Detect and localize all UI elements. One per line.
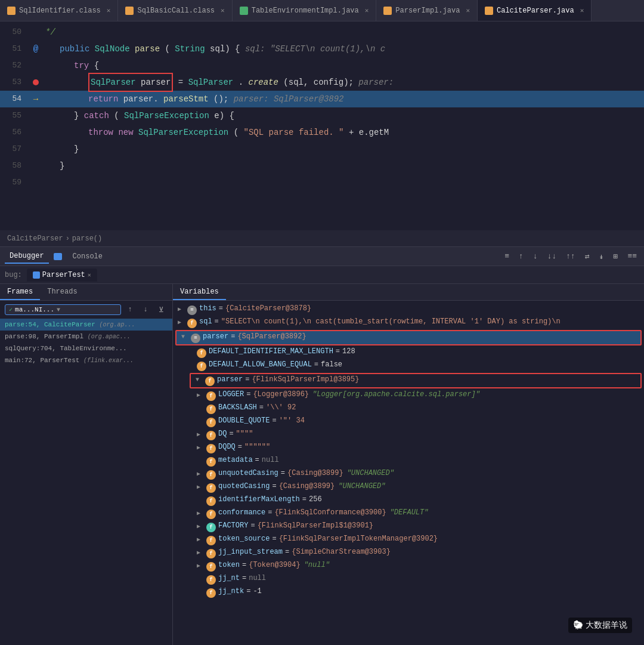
expand-unquotedcasing[interactable]: ▶ bbox=[197, 469, 206, 477]
tab-close-sqlidentifier[interactable]: ✕ bbox=[107, 7, 111, 14]
expand-conformance[interactable]: ▶ bbox=[197, 508, 206, 517]
frame-sub-label-3: (flink.exar... bbox=[83, 357, 134, 364]
expand-parser-inner[interactable]: ▼ bbox=[196, 375, 205, 383]
toolbar-grid-icon[interactable]: ⊞ bbox=[611, 252, 621, 261]
tab-parserimpl[interactable]: ParserImpl.java ✕ bbox=[376, 0, 478, 21]
toolbar-evaluate-icon[interactable]: ↡ bbox=[597, 252, 606, 261]
toolbar-run-icon[interactable]: ⇄ bbox=[583, 252, 592, 261]
var-row-token[interactable]: ▶ f token = {Token@3904} "null" bbox=[173, 560, 644, 573]
session-tab-parsertest[interactable]: ParserTest ✕ bbox=[27, 269, 97, 282]
var-row-default-id-max[interactable]: f DEFAULT_IDENTIFIER_MAX_LENGTH = 128 bbox=[173, 346, 644, 359]
var-row-idmaxlen[interactable]: f identifierMaxLength = 256 bbox=[173, 494, 644, 507]
var-name-token: token bbox=[218, 561, 240, 569]
breadcrumb-sep: › bbox=[66, 234, 70, 243]
frame-item-3[interactable]: main:72, ParserTest (flink.exar... bbox=[0, 354, 172, 366]
expand-factory[interactable]: ▶ bbox=[197, 521, 206, 530]
var-row-jj-ntk[interactable]: f jj_ntk = -1 bbox=[173, 586, 644, 599]
tab-tableenv[interactable]: TableEnvironmentImpl.java ✕ bbox=[233, 0, 377, 21]
tab-icon-tableenv bbox=[240, 7, 248, 15]
breadcrumb-method[interactable]: parse() bbox=[72, 234, 102, 243]
debug-header: Debugger Console ≡ ↑ ↓ ↓↓ ↑↑ ⇄ ↡ ⊞ ≡≡ bbox=[0, 247, 644, 266]
tab-close-parserimpl[interactable]: ✕ bbox=[466, 7, 470, 14]
var-row-backslash[interactable]: f BACKSLASH = '\\' 92 bbox=[173, 402, 644, 415]
tab-variables[interactable]: Variables bbox=[173, 284, 226, 300]
tab-icon-calciteparser bbox=[485, 7, 493, 15]
var-row-jj-input-stream[interactable]: ▶ f jj_input_stream = {SimpleCharStream@… bbox=[173, 547, 644, 560]
expand-dqdq[interactable]: ▶ bbox=[197, 443, 206, 451]
tab-close-calciteparser[interactable]: ✕ bbox=[580, 7, 584, 14]
filter-up-btn[interactable]: ↑ bbox=[123, 303, 137, 316]
expand-quotedcasing[interactable]: ▶ bbox=[197, 482, 206, 490]
frame-select-container[interactable]: ✓ ma...NI... ▼ bbox=[5, 304, 121, 315]
tab-close-tableenv[interactable]: ✕ bbox=[365, 7, 369, 14]
filter-down-btn[interactable]: ↓ bbox=[139, 303, 152, 316]
tab-console[interactable]: Console bbox=[68, 250, 107, 263]
toolbar-list-icon[interactable]: ≡ bbox=[502, 252, 512, 261]
var-row-factory[interactable]: ▶ f FACTORY = {FlinkSqlParserImpl$1@3901… bbox=[173, 520, 644, 533]
var-icon-logger: f bbox=[206, 391, 216, 401]
var-row-unquotedcasing[interactable]: ▶ f unquotedCasing = {Casing@3899} "UNCH… bbox=[173, 468, 644, 481]
var-row-parser-inner-container: ▼ f parser = {FlinkSqlParserImpl@3895} 具… bbox=[190, 373, 642, 388]
expand-doublequote bbox=[197, 416, 206, 418]
var-row-metadata[interactable]: f metadata = null bbox=[173, 455, 644, 468]
tab-frames[interactable]: Frames bbox=[0, 284, 40, 300]
var-row-conformance[interactable]: ▶ f conformance = {FlinkSqlConformance@3… bbox=[173, 507, 644, 520]
expand-dq[interactable]: ▶ bbox=[197, 430, 206, 438]
filter-btn[interactable]: ⊻ bbox=[154, 303, 168, 316]
toolbar-down-icon[interactable]: ↓ bbox=[531, 252, 540, 261]
var-row-token-source[interactable]: ▶ f token_source = {FlinkSqlParserImplTo… bbox=[173, 533, 644, 547]
expand-token[interactable]: ▶ bbox=[197, 561, 206, 569]
var-row-sql[interactable]: ▶ f sql = "SELECT\n count(1),\n cast(tum… bbox=[173, 316, 644, 329]
expand-logger[interactable]: ▶ bbox=[197, 390, 206, 399]
var-row-quotedcasing[interactable]: ▶ f quotedCasing = {Casing@3899} "UNCHAN… bbox=[173, 481, 644, 494]
var-icon-sql: f bbox=[187, 319, 197, 328]
panel-headers: Frames Threads Variables bbox=[0, 284, 644, 301]
var-name-default-bang: DEFAULT_ALLOW_BANG_EQUAL bbox=[209, 360, 312, 369]
var-comment-unquotedcasing: "UNCHANGED" bbox=[347, 469, 394, 477]
var-row-doublequote[interactable]: f DOUBLE_QUOTE = '"' 34 bbox=[173, 415, 644, 428]
var-val-default-id-max: 128 bbox=[342, 347, 355, 356]
expand-token-source[interactable]: ▶ bbox=[197, 535, 206, 543]
breadcrumb-file[interactable]: CalciteParser bbox=[7, 234, 63, 243]
frame-item-0[interactable]: parse:54, CalciteParser (org.ap... bbox=[0, 319, 172, 331]
tab-debugger[interactable]: Debugger bbox=[5, 249, 49, 264]
toolbar-settings-icon[interactable]: ≡≡ bbox=[625, 252, 639, 261]
line-content-55: } catch ( SqlParseException e) { bbox=[43, 107, 644, 124]
line-content-50: */ bbox=[43, 24, 644, 41]
tab-icon-parserimpl bbox=[383, 7, 392, 15]
var-name-default-id-max: DEFAULT_IDENTIFIER_MAX_LENGTH bbox=[209, 347, 333, 356]
toolbar-up-icon[interactable]: ↑ bbox=[516, 252, 526, 261]
tab-threads[interactable]: Threads bbox=[40, 284, 84, 300]
tab-sqlbasiccall[interactable]: SqlBasicCall.class ✕ bbox=[118, 0, 232, 21]
tab-close-sqlbasiccall[interactable]: ✕ bbox=[221, 7, 225, 14]
toolbar-step-out-icon[interactable]: ↑↑ bbox=[564, 252, 578, 261]
expand-sql[interactable]: ▶ bbox=[178, 317, 187, 326]
expand-parser-outer[interactable]: ▼ bbox=[181, 332, 191, 340]
console-icon bbox=[54, 253, 62, 260]
var-icon-factory: f bbox=[206, 523, 216, 532]
var-row-default-bang[interactable]: f DEFAULT_ALLOW_BANG_EQUAL = false bbox=[173, 359, 644, 372]
var-row-jj-nt[interactable]: f jj_nt = null bbox=[173, 573, 644, 586]
expand-jj-input-stream[interactable]: ▶ bbox=[197, 548, 206, 556]
toolbar-step-over-icon[interactable]: ↓↓ bbox=[545, 252, 559, 261]
var-row-logger[interactable]: ▶ f LOGGER = {Logger@3896} "Logger[org.a… bbox=[173, 389, 644, 402]
var-row-this[interactable]: ▶ = this = {CalciteParser@3878} bbox=[173, 303, 644, 316]
var-row-parser-outer[interactable]: ▼ = parser = {SqlParser@3892} bbox=[175, 330, 642, 345]
tab-calciteparser[interactable]: CalciteParser.java ✕ bbox=[478, 0, 592, 21]
var-row-dqdq[interactable]: ▶ f DQDQ = """""" bbox=[173, 442, 644, 455]
frame-item-2[interactable]: sqlQuery:704, TableEnvironme... bbox=[0, 342, 172, 354]
var-val-default-bang: false bbox=[321, 360, 342, 369]
var-icon-metadata: f bbox=[206, 457, 216, 467]
line-gutter-54: → bbox=[29, 91, 43, 107]
var-name-jj-ntk: jj_ntk bbox=[218, 587, 244, 595]
var-row-parser-inner[interactable]: ▼ f parser = {FlinkSqlParserImpl@3895} bbox=[191, 374, 640, 387]
frame-item-1[interactable]: parse:98, ParserImpl (org.apac... bbox=[0, 331, 172, 342]
expand-this[interactable]: ▶ bbox=[178, 304, 187, 313]
var-val-backslash: '\\' 92 bbox=[266, 403, 296, 412]
var-row-dq[interactable]: ▶ f DQ = """" bbox=[173, 428, 644, 442]
var-name-conformance: conformance bbox=[218, 508, 265, 517]
session-tab-close[interactable]: ✕ bbox=[88, 271, 91, 279]
expand-jj-nt bbox=[197, 574, 206, 575]
line-content-57: } bbox=[43, 141, 644, 158]
tab-sqlidentifier[interactable]: SqlIdentifier.class ✕ bbox=[0, 0, 118, 21]
